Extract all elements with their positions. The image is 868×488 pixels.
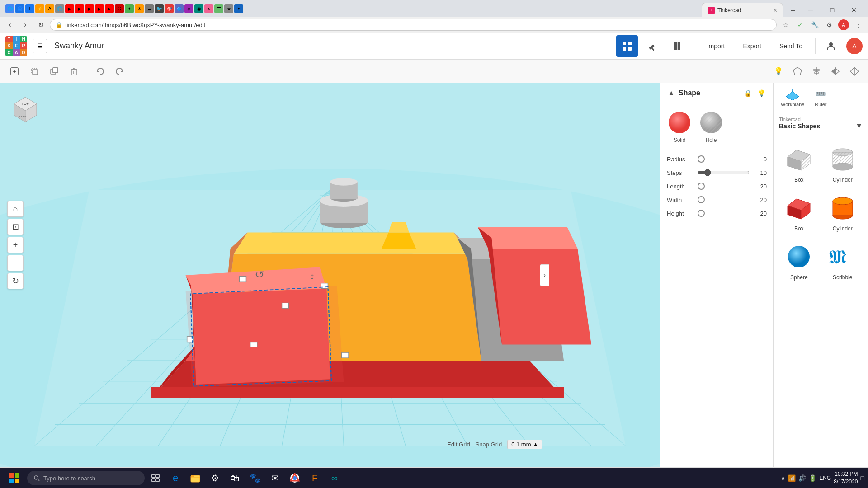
fav-21[interactable]: ♠: [204, 4, 213, 13]
solid-type-btn[interactable]: Solid: [667, 110, 692, 143]
project-name[interactable]: Swanky Amur: [54, 41, 104, 51]
mirror-tool[interactable]: [827, 63, 844, 80]
tray-network[interactable]: 📶: [788, 474, 796, 482]
fit-btn[interactable]: ⊡: [7, 219, 24, 235]
taskbar-mail[interactable]: ✉: [266, 469, 284, 487]
taskbar-edge[interactable]: e: [166, 469, 184, 487]
taskbar-arduino[interactable]: ∞: [326, 469, 344, 487]
fav-11[interactable]: ▶: [105, 4, 114, 13]
ruler-btn[interactable]: Ruler: [811, 86, 830, 109]
panel-collapse-btn[interactable]: ›: [540, 264, 549, 286]
fav-8[interactable]: ▶: [75, 4, 84, 13]
taskbar-time[interactable]: 10:32 PM 8/17/2020: [834, 470, 858, 486]
taskbar-chrome[interactable]: [286, 469, 304, 487]
fav-5[interactable]: A: [45, 4, 54, 13]
taskbar-app5[interactable]: 🛍: [226, 469, 244, 487]
zoom-out-btn[interactable]: −: [7, 255, 24, 271]
fav-15[interactable]: ☁: [145, 4, 154, 13]
snap-grid-value[interactable]: 0.1 mm ▲: [507, 440, 542, 449]
taskbar-search[interactable]: Type here to search: [27, 471, 145, 485]
tinkercad-logo[interactable]: T I N K E R C A D: [5, 36, 27, 56]
bookmark-btn[interactable]: ☆: [779, 19, 792, 31]
export-btn[interactable]: Export: [736, 38, 768, 54]
fav-23[interactable]: ★: [224, 4, 233, 13]
copy-btn[interactable]: [25, 62, 43, 80]
category-dropdown-arrow[interactable]: ▼: [855, 122, 863, 130]
fav-24[interactable]: ✦: [234, 4, 243, 13]
viewport[interactable]: ↺ ↕ TOP FRO: [0, 83, 660, 467]
edit-grid-btn[interactable]: Edit Grid: [447, 441, 470, 448]
height-radio[interactable]: [698, 210, 705, 217]
fav-14[interactable]: ☀: [135, 4, 144, 13]
fav-18[interactable]: 🔷: [175, 4, 184, 13]
panel-chevron[interactable]: ▲: [667, 89, 676, 98]
fav-12[interactable]: G: [115, 4, 124, 13]
new-tab-btn[interactable]: +: [786, 5, 800, 17]
zoom-in-btn[interactable]: +: [7, 237, 24, 253]
workplane-btn[interactable]: Workplane: [777, 86, 808, 109]
fav-3[interactable]: f: [25, 4, 34, 13]
length-radio[interactable]: [698, 183, 705, 190]
shape-item-box-red[interactable]: Box: [778, 188, 820, 235]
user-avatar[interactable]: A: [846, 38, 863, 54]
width-radio[interactable]: [698, 196, 705, 203]
taskbar-app8[interactable]: F: [306, 469, 324, 487]
extension-check[interactable]: ✓: [794, 19, 807, 31]
close-btn[interactable]: ✕: [844, 3, 864, 17]
add-user-btn[interactable]: [821, 35, 843, 57]
home-btn[interactable]: ⌂: [7, 201, 24, 217]
shape-item-sphere-blue[interactable]: Sphere: [778, 237, 820, 284]
fav-7[interactable]: ▶: [65, 4, 74, 13]
polygon-tool[interactable]: [789, 63, 806, 80]
fav-10[interactable]: ▶: [95, 4, 104, 13]
redo-btn[interactable]: [111, 62, 129, 80]
duplicate-btn[interactable]: [45, 62, 63, 80]
tray-notification[interactable]: □: [861, 474, 864, 482]
align-tool[interactable]: [808, 63, 825, 80]
fav-13[interactable]: ✦: [125, 4, 134, 13]
menu-icon-btn[interactable]: ☰: [33, 39, 47, 53]
maximize-btn[interactable]: □: [822, 3, 843, 17]
new-shape-btn[interactable]: [5, 62, 24, 80]
radius-radio[interactable]: [698, 155, 705, 163]
task-view-btn[interactable]: [146, 469, 165, 487]
rotate-btn[interactable]: ↻: [7, 273, 24, 289]
import-btn[interactable]: Import: [700, 38, 732, 54]
fav-9[interactable]: ▶: [85, 4, 94, 13]
extension-hammer[interactable]: 🔧: [808, 19, 821, 31]
lock-icon-btn[interactable]: 🔒: [742, 88, 753, 99]
nav-refresh-btn[interactable]: ↻: [34, 19, 47, 31]
browser-menu-btn[interactable]: ⋮: [852, 19, 864, 31]
fav-6[interactable]: 🌐: [55, 4, 64, 13]
shape-item-cylinder-orange[interactable]: Cylinder: [822, 188, 864, 235]
fav-4[interactable]: ⚡: [35, 4, 44, 13]
lang-btn[interactable]: ENG: [819, 475, 831, 481]
fav-17[interactable]: 🎯: [165, 4, 174, 13]
undo-btn[interactable]: [91, 62, 109, 80]
minimize-btn[interactable]: ─: [800, 3, 821, 17]
shape-item-cylinder-gray[interactable]: Cylinder: [822, 140, 864, 187]
tray-battery[interactable]: 🔋: [809, 474, 816, 482]
fav-20[interactable]: ◉: [194, 4, 203, 13]
nav-forward-btn[interactable]: ›: [19, 19, 32, 31]
view-cube[interactable]: TOP FRONT: [7, 90, 43, 127]
start-btn[interactable]: [4, 469, 25, 487]
address-field[interactable]: 🔒 tinkercad.com/things/b6BfwcXqxPY-swank…: [50, 19, 777, 31]
book-btn[interactable]: [667, 35, 689, 57]
nav-back-btn[interactable]: ‹: [4, 19, 16, 31]
extensions-btn[interactable]: ⚙: [823, 19, 835, 31]
shape-item-scribble[interactable]: 𝕸 Scribble: [822, 237, 864, 284]
tray-volume[interactable]: 🔊: [798, 474, 806, 482]
grid-view-btn[interactable]: [616, 35, 638, 57]
tray-up-arrow[interactable]: ∧: [781, 474, 785, 482]
hole-type-btn[interactable]: Hole: [698, 110, 724, 143]
taskbar-file-explorer[interactable]: [186, 469, 204, 487]
tab-close[interactable]: ×: [774, 7, 777, 14]
shape-item-box-gray[interactable]: Box: [778, 140, 820, 187]
fav-19[interactable]: ◈: [184, 4, 193, 13]
bulb-icon-btn[interactable]: 💡: [756, 88, 767, 99]
fav-16[interactable]: 🐦: [155, 4, 164, 13]
steps-slider[interactable]: [698, 169, 750, 176]
profile-btn[interactable]: A: [837, 19, 850, 31]
active-tab[interactable]: T Tinkercad ×: [702, 3, 783, 17]
